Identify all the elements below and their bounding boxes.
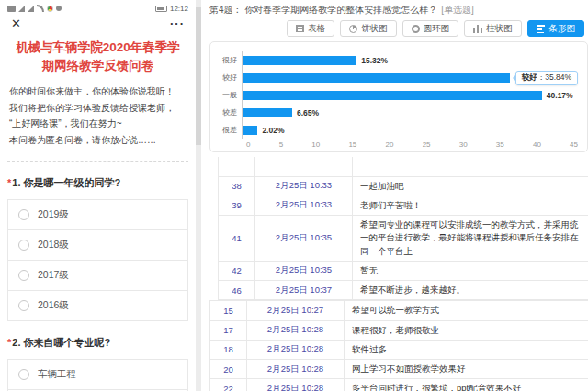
question-header-text: 第4题： 你对春季学期网络教学的整体安排感觉怎么样？ — [209, 5, 437, 15]
mobile-survey-panel: 12:12 ✕ ··· 机械与车辆学院2020年春季学期网络教学反馈问卷 你的时… — [0, 0, 196, 391]
question-1-label: *1. 你是哪一年级的同学? — [7, 176, 188, 190]
plot-area: 较好：35.84% — [242, 69, 578, 86]
tick-label: 30 — [459, 140, 468, 149]
question-1-text: 1. 你是哪一年级的同学? — [12, 177, 120, 188]
x-axis-ticks: 0 5 10 15 20 25 30 35 40 45 — [246, 140, 578, 149]
option-vehicle-eng[interactable]: 车辆工程 — [8, 360, 187, 390]
pie-chart-button[interactable]: 饼状图 — [340, 20, 397, 37]
required-asterisk: * — [7, 337, 11, 348]
bar-row-good: 较好 较好：35.84% — [216, 69, 578, 86]
survey-title: 机械与车辆学院2020年春季学期网络教学反馈问卷 — [13, 39, 183, 74]
button-label: 柱状图 — [486, 23, 513, 35]
response-time: 2月25日 10:28 — [247, 320, 345, 340]
close-icon[interactable]: ✕ — [11, 17, 21, 29]
notification-icon — [56, 6, 62, 11]
plot-area: 2.02% — [242, 121, 578, 139]
response-text: 一起加油吧 — [353, 176, 588, 196]
response-time: 2月25日 10:28 — [247, 360, 345, 379]
category-label: 较好 — [216, 73, 242, 83]
response-time: 2月25日 10:28 — [247, 340, 345, 359]
category-label: 很差 — [216, 125, 242, 135]
response-text: 网上学习不如面授教学效果好 — [345, 360, 588, 379]
intro-line-1: 你的时间你来做主，你的体验你说我听！ — [9, 84, 187, 100]
button-label: 饼状图 — [361, 23, 388, 35]
bar-verygood[interactable] — [243, 56, 356, 65]
table-row-cutoff — [219, 157, 588, 176]
question-1-options: 2019级 2018级 2017级 2016级 — [7, 199, 188, 321]
comments-table-1: 38 2月25日 10:33 一起加油吧 39 2月25日 10:33 老师们辛… — [218, 157, 588, 300]
more-menu-icon[interactable]: ··· — [170, 17, 185, 30]
table-row: 20 2月25日 10:28 网上学习不如面授教学效果好 — [210, 360, 588, 379]
button-label: 表格 — [308, 23, 325, 35]
donut-chart-button[interactable]: 圆环图 — [402, 20, 459, 37]
response-time: 2月25日 10:33 — [255, 176, 353, 196]
bar-row-average: 一般 40.17% — [216, 86, 578, 104]
response-time: 2月25日 10:35 — [255, 216, 353, 262]
option-2017[interactable]: 2017级 — [8, 261, 187, 291]
category-label: 一般 — [216, 90, 242, 100]
response-id: 42 — [219, 261, 255, 280]
bar-poor[interactable] — [243, 108, 292, 117]
tick-label: 15 — [348, 140, 356, 149]
response-time: 2月25日 10:35 — [255, 261, 353, 280]
response-time: 2月25日 10:28 — [247, 379, 345, 391]
bar-row-verygood: 很好 15.32% — [216, 51, 578, 69]
question-type-tag: [单选题] — [441, 5, 474, 15]
option-2019[interactable]: 2019级 — [8, 200, 187, 230]
response-text: 暂无 — [353, 261, 588, 280]
response-text: 希望不断进步，越来越好。 — [353, 281, 588, 300]
table-row: 46 2月25日 10:37 希望不断进步，越来越好。 — [219, 281, 588, 300]
table-row: 38 2月25日 10:33 一起加油吧 — [219, 176, 588, 196]
response-id: 41 — [219, 216, 255, 262]
tick-label: 5 — [279, 140, 283, 149]
option-label: 车辆工程 — [38, 368, 76, 381]
response-text: 老师们辛苦啦！ — [353, 196, 588, 215]
required-asterisk: * — [7, 177, 11, 188]
category-label: 很好 — [216, 55, 242, 65]
question-2-label: *2. 你来自哪个专业呢? — [7, 336, 188, 350]
bar-verypoor[interactable] — [243, 126, 257, 135]
question-2-text: 2. 你来自哪个专业呢? — [12, 337, 110, 348]
table-icon — [296, 25, 304, 32]
radio-icon[interactable] — [18, 240, 29, 251]
tick-label: 40 — [533, 140, 541, 149]
bar-average[interactable] — [243, 91, 542, 100]
response-id: 17 — [210, 320, 247, 340]
radio-icon[interactable] — [18, 369, 29, 380]
dashed-divider — [7, 161, 188, 162]
response-time: 2月25日 10:27 — [247, 301, 345, 320]
question-header: 第4题： 你对春季学期网络教学的整体安排感觉怎么样？[单选题] — [209, 4, 584, 17]
option-2016[interactable]: 2016级 — [8, 291, 187, 321]
response-id: 15 — [210, 301, 247, 320]
donut-chart-icon — [412, 25, 420, 33]
plot-area: 40.17% — [242, 86, 578, 104]
tick-label: 45 — [570, 140, 578, 149]
bar-row-poor: 较差 6.65% — [216, 104, 578, 121]
radio-icon[interactable] — [18, 300, 29, 311]
option-2018[interactable]: 2018级 — [8, 230, 187, 261]
table-view-button[interactable]: 表格 — [287, 20, 334, 37]
phone-status-bar: 12:12 — [0, 0, 196, 14]
response-id: 22 — [210, 379, 247, 391]
response-id: 46 — [219, 281, 255, 300]
value-label: 6.65% — [297, 108, 319, 117]
screenshot-icon — [7, 6, 16, 12]
wifi-icon — [37, 5, 44, 12]
question-2-options: 车辆工程 装甲车辆工程 — [7, 359, 188, 391]
response-id: 39 — [219, 196, 255, 215]
tick-label: 25 — [423, 140, 431, 149]
button-label: 条形图 — [549, 23, 576, 35]
battery-icon — [155, 6, 167, 12]
bar-good[interactable] — [243, 73, 510, 83]
radio-icon[interactable] — [18, 270, 29, 281]
chart-tooltip: 较好：35.84% — [515, 71, 578, 85]
response-text: 多平台同时进行，很繁琐，ppt配音效果不好 — [345, 379, 588, 391]
option-label: 2016级 — [38, 299, 69, 312]
column-chart-button[interactable]: 柱状图 — [464, 20, 522, 37]
tick-label: 10 — [311, 140, 320, 149]
tick-label: 0 — [246, 140, 250, 149]
radio-icon[interactable] — [18, 209, 29, 220]
bar-chart-button[interactable]: 条形图 — [527, 20, 585, 37]
response-text: 希望可以统一教学方式 — [345, 301, 588, 320]
signal2-icon — [28, 6, 34, 12]
